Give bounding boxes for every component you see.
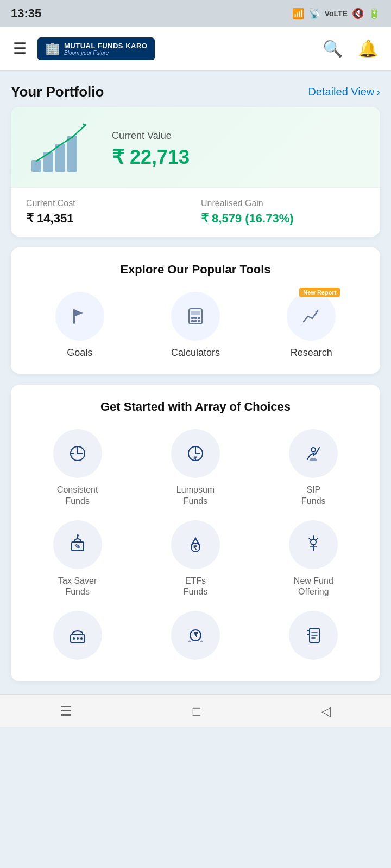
current-value-label: Current Value [112,130,190,142]
svg-text:₹: ₹ [193,545,197,551]
choice-item7[interactable] [22,611,133,666]
battery-icon: 🔋 [368,8,380,20]
svg-rect-9 [191,317,194,319]
sip-funds-label: SIPFunds [301,484,325,507]
logo-tagline: Bloom your Future [64,50,147,56]
lumpsum-funds-icon: ₹ [171,429,220,478]
choice-tax-saver[interactable]: % Tax SaverFunds [22,520,133,598]
etfs-label: ETFsFunds [184,576,207,598]
choice-item8[interactable]: ₹ [140,611,251,666]
current-cost-value: ₹ 14,351 [26,212,190,226]
svg-text:%: % [75,544,80,550]
bottom-home-icon[interactable]: □ [193,704,201,719]
lte-label: VoLTE [325,9,348,18]
svg-line-32 [309,538,311,540]
svg-rect-14 [198,320,200,322]
bottom-nav: ☰ □ ◁ [0,694,391,727]
nav-actions: 🔍 🔔 [323,39,378,58]
calculators-icon-circle [171,292,220,341]
nfo-icon [289,520,338,569]
portfolio-chart [26,122,97,176]
svg-rect-8 [191,311,200,315]
goals-icon-circle [55,292,104,341]
tax-saver-icon: % [53,520,102,569]
svg-text:₹: ₹ [193,456,197,462]
hamburger-menu[interactable]: ☰ [13,40,27,58]
choice-consistent-funds[interactable]: ConsistentFunds [22,429,133,507]
tools-section: Explore Our Popular Tools Goals [11,247,380,374]
goals-label: Goals [67,347,92,359]
choice-nfo[interactable]: New FundOffering [258,520,369,598]
portfolio-header: Your Portfolio Detailed View › [11,84,380,100]
choice-item9[interactable] [258,611,369,666]
status-icons: 📶 📡 VoLTE 🔇 🔋 [292,8,380,20]
unrealised-gain-label: Unrealised Gain [201,199,365,208]
current-value: ₹ 22,713 [112,146,190,169]
logo-name: MUTUAL FUNDS KARO [64,42,147,50]
portfolio-title: Your Portfolio [11,84,104,100]
svg-marker-6 [75,310,83,316]
new-report-badge: New Report [299,288,340,297]
etfs-icon: ₹ [171,520,220,569]
main-content: Your Portfolio Detailed View › [0,71,391,694]
portfolio-section: Your Portfolio Detailed View › [11,84,380,237]
item8-icon: ₹ [171,611,220,660]
svg-rect-10 [194,317,197,319]
status-bar: 13:35 📶 📡 VoLTE 🔇 🔋 [0,0,391,27]
lumpsum-funds-label: LumpsumFunds [176,484,215,507]
svg-point-20 [311,448,316,452]
research-label: Research [291,347,332,359]
top-nav: ☰ 🏢 MUTUAL FUNDS KARO Bloom your Future … [0,27,391,71]
portfolio-stats: Current Cost ₹ 14,351 Unrealised Gain ₹ … [11,187,380,237]
svg-point-37 [80,637,83,640]
consistent-funds-label: ConsistentFunds [57,484,98,507]
calculators-label: Calculators [171,347,220,359]
choice-sip-funds[interactable]: ₹ SIPFunds [258,429,369,507]
signal-icon: 📶 [292,8,304,20]
bottom-menu-icon[interactable]: ☰ [60,704,72,719]
detailed-view-link[interactable]: Detailed View › [308,86,380,98]
logo[interactable]: 🏢 MUTUAL FUNDS KARO Bloom your Future [37,37,155,60]
choice-etfs[interactable]: ₹ ETFsFunds [140,520,251,598]
svg-rect-12 [191,320,194,322]
svg-line-33 [316,538,318,540]
svg-point-25 [77,534,79,537]
research-icon-circle: New Report [287,292,336,341]
svg-rect-5 [73,309,75,324]
svg-rect-13 [194,320,197,322]
svg-point-36 [77,637,79,640]
item7-icon [53,611,102,660]
current-cost-stat: Current Cost ₹ 14,351 [26,199,190,226]
svg-rect-0 [31,160,41,172]
portfolio-chart-area: Current Value ₹ 22,713 [11,107,380,187]
tool-calculators[interactable]: Calculators [171,292,220,359]
wifi-icon: 📡 [308,8,320,20]
search-icon[interactable]: 🔍 [323,39,343,58]
svg-text:₹: ₹ [312,452,315,458]
choices-title: Get Started with Array of Choices [22,400,369,414]
tool-research[interactable]: New Report Research [287,292,336,359]
logo-icon: 🏢 [45,42,60,56]
tools-grid: Goals Calculators [22,292,369,359]
choices-section: Get Started with Array of Choices Consis… [11,385,380,681]
svg-rect-11 [198,317,200,319]
unrealised-gain-stat: Unrealised Gain ₹ 8,579 (16.73%) [201,199,365,226]
consistent-funds-icon [53,429,102,478]
unrealised-gain-value: ₹ 8,579 (16.73%) [201,212,365,226]
bell-icon[interactable]: 🔔 [358,39,378,58]
tools-title: Explore Our Popular Tools [22,263,369,277]
svg-text:₹: ₹ [193,631,198,639]
bottom-back-icon[interactable]: ◁ [321,704,331,719]
chevron-right-icon: › [376,86,380,98]
choice-lumpsum-funds[interactable]: ₹ LumpsumFunds [140,429,251,507]
portfolio-card: Current Value ₹ 22,713 Current Cost ₹ 14… [11,107,380,237]
tax-saver-label: Tax SaverFunds [58,576,97,598]
item9-icon [289,611,338,660]
sip-funds-icon: ₹ [289,429,338,478]
portfolio-value-area: Current Value ₹ 22,713 [112,130,190,169]
status-time: 13:35 [11,7,41,21]
svg-rect-3 [67,136,77,172]
tool-goals[interactable]: Goals [55,292,104,359]
mute-icon: 🔇 [352,8,364,20]
current-cost-label: Current Cost [26,199,190,208]
